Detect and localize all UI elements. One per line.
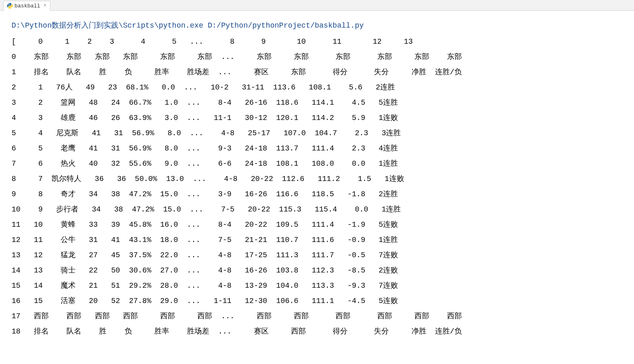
- output-line-1: 0 东部 东部 东部 东部 东部 东部 ... 东部 东部 东部 东部 东部 东…: [12, 49, 634, 65]
- output-line-11: 10 9 步行者 34 38 47.2% 15.0 ... 7-5 20-22 …: [12, 202, 634, 217]
- output-line-18: 17 西部 西部 西部 西部 西部 西部 ... 西部 西部 西部 西部 西部 …: [12, 309, 634, 324]
- command-line: D:\Python数据分析入门到实践\Scripts\python.exe D:…: [12, 18, 634, 33]
- tab-label: baskball: [14, 3, 40, 9]
- output-line-5: 4 3 雄鹿 46 26 63.9% 3.0 ... 11-1 30-12 12…: [12, 110, 634, 126]
- output-line-4: 3 2 篮网 48 24 66.7% 1.0 ... 8-4 26-16 118…: [12, 95, 634, 110]
- output-line-0: [ 0 1 2 3 4 5 ... 8 9 10 11 12 13: [12, 34, 634, 49]
- output-line-12: 11 10 黄蜂 33 39 45.8% 16.0 ... 8-4 20-22 …: [12, 217, 634, 232]
- console-output: D:\Python数据分析入门到实践\Scripts\python.exe D:…: [0, 11, 634, 339]
- output-line-15: 14 13 骑士 22 50 30.6% 27.0 ... 4-8 16-26 …: [12, 263, 634, 278]
- output-line-2: 1 排名 队名 胜 负 胜率 胜场差 ... 赛区 东部 得分 失分 净胜 连胜…: [12, 65, 634, 80]
- tab-baskball[interactable]: baskball ×: [3, 1, 50, 11]
- output-line-8: 7 6 热火 40 32 55.6% 9.0 ... 6-6 24-18 108…: [12, 156, 634, 171]
- output-line-9: 8 7 凯尔特人 36 36 50.0% 13.0 ... 4-8 20-22 …: [12, 171, 634, 187]
- output-line-19: 18 排名 队名 胜 负 胜率 胜场差 ... 赛区 西部 得分 失分 净胜 连…: [12, 324, 634, 339]
- tab-bar: baskball ×: [0, 0, 634, 11]
- output-line-16: 15 14 魔术 21 51 29.2% 28.0 ... 4-8 13-29 …: [12, 278, 634, 294]
- output-line-3: 2 1 76人 49 23 68.1% 0.0 ... 10-2 31-11 1…: [12, 80, 634, 95]
- output-line-17: 16 15 活塞 20 52 27.8% 29.0 ... 1-11 12-30…: [12, 294, 634, 309]
- output-body: [ 0 1 2 3 4 5 ... 8 9 10 11 12 130 东部 东部…: [12, 34, 634, 339]
- python-icon: [7, 3, 13, 9]
- output-line-10: 9 8 奇才 34 38 47.2% 15.0 ... 3-9 16-26 11…: [12, 187, 634, 202]
- output-line-7: 6 5 老鹰 41 31 56.9% 8.0 ... 9-3 24-18 113…: [12, 141, 634, 156]
- output-line-6: 5 4 尼克斯 41 31 56.9% 8.0 ... 4-8 25-17 10…: [12, 126, 634, 141]
- close-icon[interactable]: ×: [43, 3, 46, 9]
- output-line-14: 13 12 猛龙 27 45 37.5% 22.0 ... 4-8 17-25 …: [12, 248, 634, 263]
- output-line-13: 12 11 公牛 31 41 43.1% 18.0 ... 7-5 21-21 …: [12, 232, 634, 248]
